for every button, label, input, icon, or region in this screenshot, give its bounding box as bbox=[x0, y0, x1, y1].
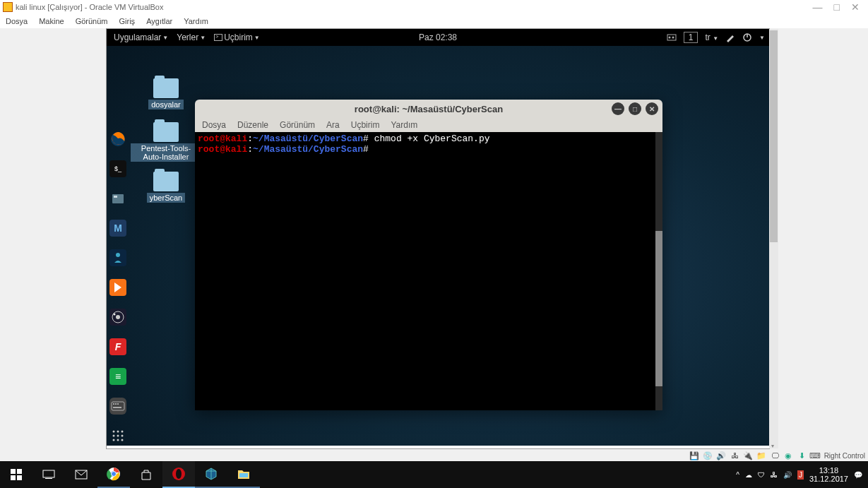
svg-rect-27 bbox=[17, 469, 22, 474]
faraday-icon[interactable]: F bbox=[109, 338, 126, 355]
chrome-icon[interactable] bbox=[97, 461, 130, 488]
keyboard-layout[interactable]: tr ▼ bbox=[705, 32, 718, 42]
kali-desktop[interactable]: Uygulamalar▼ Yerler▼ Uçbirim▼ Paz 02:38 … bbox=[107, 29, 769, 446]
terminal-line: root@kali:~/Masaüstü/CyberScan# chmod +x… bbox=[198, 133, 660, 144]
virtualbox-task-icon[interactable] bbox=[195, 461, 227, 488]
close-button[interactable]: ✕ bbox=[851, 1, 860, 13]
term-menu-dosya[interactable]: Dosya bbox=[202, 120, 226, 130]
optical-drive-icon[interactable]: 💿 bbox=[703, 451, 713, 460]
input-method-icon[interactable]: J bbox=[797, 470, 804, 480]
task-view-icon[interactable] bbox=[32, 461, 65, 488]
terminal-launcher[interactable]: Uçbirim▼ bbox=[211, 32, 263, 42]
menu-yardim[interactable]: Yardım bbox=[184, 17, 208, 25]
network-tray-icon[interactable]: 🖧 bbox=[771, 471, 778, 479]
mouse-integration-icon[interactable]: ⬇ bbox=[797, 451, 807, 460]
terminal-body[interactable]: root@kali:~/Masaüstü/CyberScan# chmod +x… bbox=[195, 132, 662, 410]
folder-cyberscan[interactable]: yberScan bbox=[131, 172, 201, 203]
explorer-icon[interactable] bbox=[227, 461, 260, 488]
terminal-window[interactable]: root@kali: ~/Masaüstü/CyberScan — □ ✕ Do… bbox=[195, 100, 662, 410]
vm-display-area: Uygulamalar▼ Yerler▼ Uçbirim▼ Paz 02:38 … bbox=[106, 28, 770, 449]
tray-chevron-icon[interactable]: ^ bbox=[736, 471, 739, 479]
svg-rect-31 bbox=[45, 478, 52, 479]
terminal-title: root@kali: ~/Masaüstü/CyberScan bbox=[355, 104, 503, 114]
terminal-scrollbar[interactable] bbox=[655, 132, 662, 410]
close-icon[interactable]: ✕ bbox=[646, 102, 658, 115]
zenmap-icon[interactable] bbox=[109, 309, 126, 326]
svg-rect-16 bbox=[113, 407, 121, 408]
terminal-titlebar[interactable]: root@kali: ~/Masaüstü/CyberScan — □ ✕ bbox=[195, 100, 662, 118]
terminal-line: root@kali:~/Masaüstü/CyberScan# bbox=[198, 144, 660, 155]
svg-point-35 bbox=[112, 472, 117, 477]
minimize-button[interactable]: — bbox=[813, 1, 823, 13]
virtualbox-statusbar: 💾 💿 🔊 🖧 🔌 📁 🖵 ◉ ⬇ ⌨ Right Control bbox=[106, 450, 868, 461]
wireshark-icon[interactable]: ≡ bbox=[109, 368, 126, 385]
metasploit-icon[interactable]: M bbox=[109, 220, 126, 237]
kali-dock: $_ M F ≡ bbox=[107, 128, 129, 446]
power-icon[interactable] bbox=[742, 32, 752, 42]
recording-icon[interactable]: ◉ bbox=[784, 451, 793, 460]
maltego-icon[interactable] bbox=[109, 249, 126, 266]
workspace-indicator[interactable]: 1 bbox=[684, 32, 698, 43]
files-icon[interactable] bbox=[109, 190, 126, 207]
menu-makine[interactable]: Makine bbox=[39, 17, 64, 25]
onedrive-icon[interactable]: ☁ bbox=[745, 471, 752, 479]
screencast-icon[interactable] bbox=[667, 33, 677, 42]
taskbar-clock[interactable]: 13:18 31.12.2017 bbox=[809, 466, 848, 483]
svg-point-37 bbox=[176, 469, 182, 479]
term-menu-gorunum[interactable]: Görünüm bbox=[280, 120, 315, 130]
terminal-icon bbox=[214, 34, 222, 41]
usb-icon[interactable]: 🔌 bbox=[744, 451, 753, 460]
svg-point-21 bbox=[117, 435, 119, 437]
svg-rect-15 bbox=[117, 403, 119, 405]
svg-point-8 bbox=[116, 253, 120, 257]
term-menu-ucbirim[interactable]: Uçbirim bbox=[351, 120, 380, 130]
svg-rect-14 bbox=[115, 403, 117, 405]
term-menu-yardim[interactable]: Yardım bbox=[391, 120, 417, 130]
action-center-icon[interactable]: 💬 bbox=[854, 471, 862, 479]
svg-point-22 bbox=[121, 435, 124, 437]
svg-rect-7 bbox=[114, 196, 117, 198]
show-apps-icon[interactable] bbox=[109, 427, 126, 444]
maximize-icon[interactable]: □ bbox=[629, 102, 641, 115]
desktop-icons: dosyalar Pentest-Tools-Auto-Installer yb… bbox=[131, 78, 201, 203]
clock[interactable]: Paz 02:38 bbox=[419, 32, 457, 42]
folder-icon bbox=[153, 122, 179, 142]
apps-menu[interactable]: Uygulamalar▼ bbox=[111, 32, 171, 42]
start-button[interactable] bbox=[0, 461, 32, 488]
windows-taskbar: ^ ☁ 🛡 🖧 🔊 J 13:18 31.12.2017 💬 bbox=[0, 461, 868, 488]
microsoft-store-icon[interactable] bbox=[130, 461, 162, 488]
maximize-button[interactable]: □ bbox=[834, 1, 840, 13]
svg-point-19 bbox=[121, 431, 124, 433]
security-icon[interactable]: 🛡 bbox=[758, 471, 765, 479]
hard-disk-icon[interactable]: 💾 bbox=[690, 451, 699, 460]
menu-dosya[interactable]: Dosya bbox=[6, 17, 28, 25]
host-key-label: Right Control bbox=[824, 452, 865, 460]
display-icon[interactable]: 🖵 bbox=[771, 451, 780, 460]
folder-dosyalar[interactable]: dosyalar bbox=[131, 78, 201, 109]
menu-giris[interactable]: Giriş bbox=[119, 17, 136, 25]
folder-pentest-tools[interactable]: Pentest-Tools-Auto-Installer bbox=[131, 122, 201, 162]
places-menu[interactable]: Yerler▼ bbox=[174, 32, 208, 42]
menu-aygitlar[interactable]: Aygıtlar bbox=[146, 17, 172, 25]
terminal-dock-icon[interactable]: $_ bbox=[109, 160, 126, 177]
burp-icon[interactable] bbox=[109, 279, 126, 296]
term-menu-duzenle[interactable]: Düzenle bbox=[237, 120, 268, 130]
firefox-icon[interactable] bbox=[109, 131, 126, 148]
network-icon[interactable]: 🖧 bbox=[730, 451, 739, 460]
brush-icon[interactable] bbox=[725, 32, 735, 42]
system-tray: ^ ☁ 🛡 🖧 🔊 J 13:18 31.12.2017 💬 bbox=[736, 466, 868, 483]
shared-folders-icon[interactable]: 📁 bbox=[757, 451, 766, 460]
onscreen-keyboard-icon[interactable] bbox=[109, 398, 126, 415]
minimize-icon[interactable]: — bbox=[612, 102, 624, 115]
audio-icon[interactable]: 🔊 bbox=[717, 451, 726, 460]
keyboard-icon[interactable]: ⌨ bbox=[811, 451, 820, 460]
virtualbox-icon bbox=[3, 2, 13, 12]
svg-point-1 bbox=[668, 37, 670, 39]
menu-gorunum[interactable]: Görünüm bbox=[76, 17, 108, 25]
mail-icon[interactable] bbox=[65, 461, 97, 488]
term-menu-ara[interactable]: Ara bbox=[326, 120, 340, 130]
volume-icon[interactable]: 🔊 bbox=[783, 471, 792, 479]
vm-vertical-scrollbar[interactable] bbox=[769, 29, 778, 448]
opera-icon[interactable] bbox=[162, 461, 195, 488]
svg-rect-29 bbox=[17, 475, 22, 480]
